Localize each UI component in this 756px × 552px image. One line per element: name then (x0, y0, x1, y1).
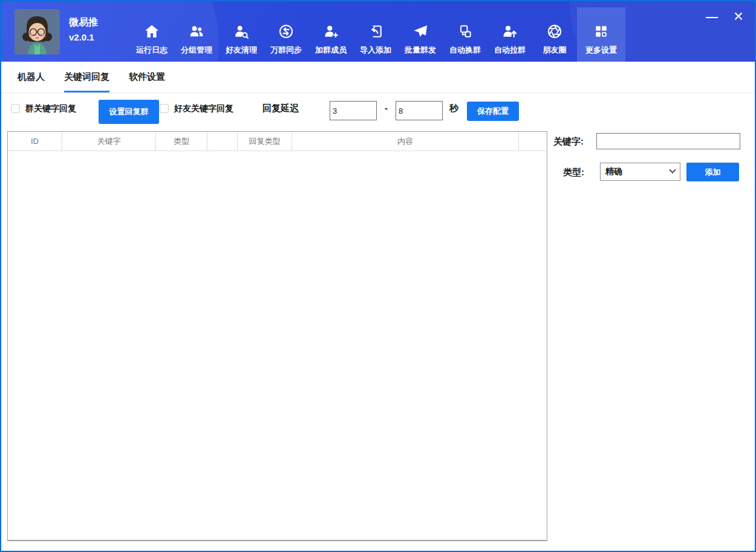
org-nodes-icon (457, 22, 474, 41)
chevron-down-icon (669, 167, 676, 174)
nav-label: 批量群发 (405, 45, 436, 56)
tab-keyword-reply[interactable]: 关键词回复 (64, 62, 109, 93)
person-add-icon (322, 22, 339, 41)
nav-item-friend-clean[interactable]: 好友清理 (219, 7, 264, 62)
table-header-row: ID 关键字 类型 回复类型 内容 (8, 132, 547, 151)
nav-item-bulk-send[interactable]: 批量群发 (398, 7, 443, 62)
type-select-value: 精确 (605, 166, 670, 177)
keyword-field-label: 关键字: (553, 136, 584, 148)
column-header-type: 类型 (156, 132, 207, 151)
tab-robot[interactable]: 机器人 (18, 62, 45, 93)
nav-label: 万群同步 (270, 45, 302, 56)
column-header-blank-2 (519, 132, 547, 151)
delay-max-input[interactable] (396, 101, 443, 120)
column-header-keyword: 关键字 (62, 132, 156, 151)
settings-tabs: 机器人 关键词回复 软件设置 (1, 62, 755, 93)
header-bar: 微易推 v2.0.1 运行日志 分组管理 好友清理 (1, 1, 755, 62)
keyword-input[interactable] (596, 133, 740, 149)
nav-label: 好友清理 (226, 45, 257, 56)
nav-item-group-manage[interactable]: 分组管理 (174, 7, 219, 62)
group-keyword-reply-checkbox[interactable] (11, 104, 20, 113)
column-header-id: ID (8, 132, 62, 151)
nav-label: 自动拉群 (494, 45, 526, 56)
home-icon (143, 22, 160, 41)
nav-item-import-add[interactable]: 导入添加 (353, 7, 398, 62)
main-nav: 运行日志 分组管理 好友清理 万群同步 (129, 7, 625, 62)
save-config-button[interactable]: 保存配置 (467, 102, 519, 121)
table-body-empty (8, 151, 547, 540)
nav-label: 运行日志 (136, 45, 168, 56)
column-header-reply-type: 回复类型 (238, 132, 292, 151)
window-controls: — × (704, 8, 746, 24)
nav-item-group-sync[interactable]: 万群同步 (264, 7, 308, 62)
type-field-label: 类型: (563, 167, 584, 178)
paper-plane-icon (412, 22, 429, 41)
nav-label: 朋友圈 (543, 45, 567, 56)
nav-item-auto-pull-group[interactable]: 自动拉群 (487, 7, 532, 62)
nav-item-run-log[interactable]: 运行日志 (129, 7, 174, 62)
nav-item-more-settings[interactable]: 更多设置 (577, 7, 625, 62)
delay-min-input[interactable] (330, 101, 377, 120)
column-header-content: 内容 (292, 132, 519, 151)
group-keyword-reply-label: 群关键字回复 (25, 103, 76, 114)
group-people-icon (188, 22, 205, 41)
seconds-label: 秒 (449, 103, 458, 114)
delay-dash: - (385, 103, 388, 113)
column-header-blank (207, 132, 238, 151)
sync-circle-icon (278, 22, 295, 41)
app-window: 微易推 v2.0.1 运行日志 分组管理 好友清理 (0, 0, 756, 552)
minimize-button[interactable]: — (704, 8, 720, 24)
keyword-reply-table: ID 关键字 类型 回复类型 内容 (7, 131, 547, 541)
nav-item-auto-switch-group[interactable]: 自动换群 (443, 7, 487, 62)
nav-label: 导入添加 (360, 45, 391, 56)
tab-software-settings[interactable]: 软件设置 (129, 62, 165, 93)
nav-label: 更多设置 (585, 45, 617, 56)
type-select[interactable]: 精确 (600, 163, 680, 181)
add-keyword-button[interactable]: 添加 (686, 163, 739, 181)
aperture-icon (546, 22, 563, 41)
app-name: 微易推 (69, 15, 98, 30)
avatar-girl-illustration (15, 9, 60, 54)
nav-item-add-group-member[interactable]: 加群成员 (308, 7, 353, 62)
avatar (15, 9, 60, 54)
nav-label: 自动换群 (449, 45, 481, 56)
set-reply-group-button[interactable]: 设置回复群 (99, 100, 159, 124)
person-up-icon (501, 22, 518, 41)
friend-keyword-reply-checkbox[interactable] (160, 104, 169, 113)
nav-item-moments[interactable]: 朋友圈 (532, 7, 577, 62)
friend-keyword-reply-label: 好友关键字回复 (174, 103, 233, 114)
import-box-icon (367, 22, 384, 41)
reply-delay-label: 回复延迟 (262, 103, 299, 114)
app-version: v2.0.1 (69, 30, 98, 44)
nav-label: 加群成员 (315, 45, 347, 56)
grid-squares-icon (593, 22, 610, 41)
app-title: 微易推 v2.0.1 (69, 15, 98, 44)
person-search-icon (233, 22, 250, 41)
close-button[interactable]: × (731, 8, 746, 24)
nav-label: 分组管理 (181, 45, 212, 56)
